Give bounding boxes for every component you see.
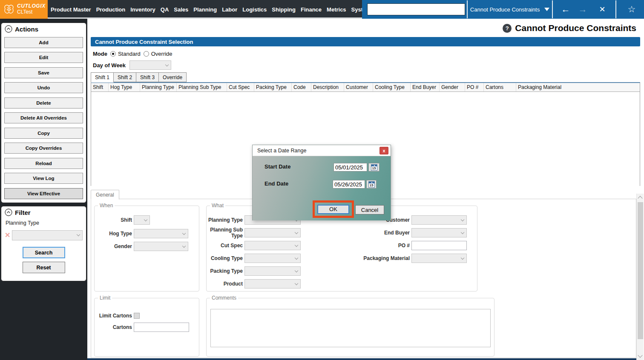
tab-override[interactable]: Override <box>159 72 187 82</box>
menu-product-master[interactable]: Product Master <box>51 6 91 13</box>
menu-sales[interactable]: Sales <box>174 6 188 13</box>
menu-planning[interactable]: Planning <box>193 6 217 13</box>
when-groupbox: When Shift Hog Type Gender <box>94 206 199 291</box>
ok-button[interactable]: OK <box>317 205 349 214</box>
end-date-input[interactable] <box>333 180 365 189</box>
start-date-calendar-button[interactable]: 15 <box>368 163 380 171</box>
search-button[interactable]: Search <box>23 247 65 258</box>
global-search-input[interactable] <box>367 3 465 15</box>
environment-name: CLTest <box>17 9 46 15</box>
gender-dropdown[interactable] <box>134 242 188 251</box>
column-header-packaging-material[interactable]: Packaging Material <box>516 83 640 91</box>
column-header-planning-type[interactable]: Planning Type <box>140 83 177 91</box>
dialog-close-button[interactable]: x <box>380 147 388 154</box>
tab-general[interactable]: General <box>91 190 119 200</box>
logo-text: CUTLOGIX CLTest <box>17 3 46 15</box>
scroll-down-icon[interactable] <box>638 353 642 357</box>
column-header-planning-sub-type[interactable]: Planning Sub Type <box>177 83 227 91</box>
close-screen-icon[interactable]: ✕ <box>594 0 611 19</box>
shift-dropdown[interactable] <box>134 215 150 225</box>
column-header-customer[interactable]: Customer <box>344 83 373 91</box>
chevron-down-icon <box>77 233 80 236</box>
packaging-material-dropdown[interactable] <box>411 254 467 263</box>
delete-button[interactable]: Delete <box>4 97 83 109</box>
clear-filter-icon[interactable]: ✕ <box>5 232 10 239</box>
tab-shift-2[interactable]: Shift 2 <box>114 72 136 82</box>
reset-button[interactable]: Reset <box>23 262 65 273</box>
screen-selector-dropdown[interactable]: Cannot Produce Constraints <box>469 0 550 19</box>
hog-type-dropdown[interactable] <box>134 229 188 238</box>
cut-spec-dropdown[interactable] <box>244 241 301 250</box>
edit-button[interactable]: Edit <box>4 52 83 63</box>
scroll-up-icon[interactable] <box>638 196 642 200</box>
packing-type-dropdown[interactable] <box>244 266 301 276</box>
column-header-hog-type[interactable]: Hog Type <box>109 83 140 91</box>
reload-button[interactable]: Reload <box>4 158 83 169</box>
collapse-chevron-icon[interactable] <box>5 209 12 216</box>
copy-overrides-button[interactable]: Copy Overrides <box>4 143 83 154</box>
limit-legend: Limit <box>98 295 112 301</box>
copy-button[interactable]: Copy <box>4 128 83 139</box>
filter-panel-header: Filter <box>1 206 86 216</box>
column-header-po[interactable]: PO # <box>465 83 484 91</box>
column-header-packing-type[interactable]: Packing Type <box>254 83 292 91</box>
column-header-description[interactable]: Description <box>311 83 344 91</box>
mode-override-radio[interactable]: Override <box>144 51 172 57</box>
view-log-button[interactable]: View Log <box>4 173 83 184</box>
cancel-button[interactable]: Cancel <box>355 205 384 214</box>
column-header-shift[interactable]: Shift <box>91 83 109 91</box>
favorite-star-icon[interactable]: ☆ <box>621 0 642 19</box>
column-header-cut-spec[interactable]: Cut Spec <box>227 83 254 91</box>
menu-inventory[interactable]: Inventory <box>130 6 155 13</box>
column-header-cooling-type[interactable]: Cooling Type <box>373 83 411 91</box>
column-header-end-buyer[interactable]: End Buyer <box>411 83 440 91</box>
column-header-cartons[interactable]: Cartons <box>484 83 516 91</box>
scrollbar-thumb[interactable] <box>638 202 643 339</box>
chevron-down-icon <box>182 244 186 248</box>
column-header-gender[interactable]: Gender <box>440 83 465 91</box>
menu-qa[interactable]: QA <box>161 6 169 13</box>
day-of-week-row: Day of Week <box>93 60 171 70</box>
day-of-week-dropdown[interactable] <box>129 60 171 70</box>
menu-labor[interactable]: Labor <box>222 6 237 13</box>
mode-standard-radio[interactable]: Standard <box>110 51 141 57</box>
menu-finance[interactable]: Finance <box>301 6 322 13</box>
save-button[interactable]: Save <box>4 67 83 78</box>
view-effective-button[interactable]: View Effective <box>4 188 83 199</box>
limit-cartons-checkbox[interactable] <box>134 313 140 319</box>
ok-annotation-highlight: OK <box>313 200 354 218</box>
cooling-type-dropdown[interactable] <box>244 254 301 263</box>
comments-textarea[interactable] <box>210 309 491 347</box>
help-icon[interactable]: ? <box>503 24 512 33</box>
selection-header-bar: Cannot Produce Constraint Selection <box>91 37 640 46</box>
column-header-code[interactable]: Code <box>292 83 311 91</box>
collapse-chevron-icon[interactable] <box>5 25 12 33</box>
cartons-input[interactable] <box>134 323 189 332</box>
back-icon[interactable]: ← <box>557 0 574 19</box>
gender-label: Gender <box>95 243 132 249</box>
menu-shipping[interactable]: Shipping <box>272 6 296 13</box>
limit-groupbox: Limit Limit Cartons Cartons <box>94 298 199 357</box>
add-button[interactable]: Add <box>4 37 83 48</box>
tab-shift-1[interactable]: Shift 1 <box>91 72 114 83</box>
start-date-input[interactable] <box>334 163 367 171</box>
menu-logistics[interactable]: Logistics <box>242 6 267 13</box>
menu-production[interactable]: Production <box>96 6 126 13</box>
shift-label: Shift <box>95 217 132 223</box>
undo-button[interactable]: Undo <box>4 82 83 93</box>
window-bottom-edge <box>87 358 636 360</box>
dialog-title-bar[interactable]: Select a Date Range x <box>253 145 391 156</box>
tab-shift-3[interactable]: Shift 3 <box>136 72 159 82</box>
po-number-input[interactable] <box>411 241 467 250</box>
app-logo[interactable]: CUTLOGIX CLTest <box>0 0 48 19</box>
end-date-calendar-button[interactable]: 15 <box>366 180 377 189</box>
planning-type-filter-dropdown[interactable] <box>12 230 83 240</box>
delete-all-overrides-button[interactable]: Delete All Overrides <box>4 112 83 123</box>
planning-sub-type-dropdown[interactable] <box>244 228 301 237</box>
forward-icon[interactable]: → <box>574 0 591 19</box>
customer-dropdown[interactable] <box>411 215 467 225</box>
limit-cartons-label: Limit Cartons <box>95 313 132 319</box>
product-dropdown[interactable] <box>244 279 301 289</box>
menu-metrics[interactable]: Metrics <box>327 6 346 13</box>
end-buyer-dropdown[interactable] <box>411 228 467 237</box>
